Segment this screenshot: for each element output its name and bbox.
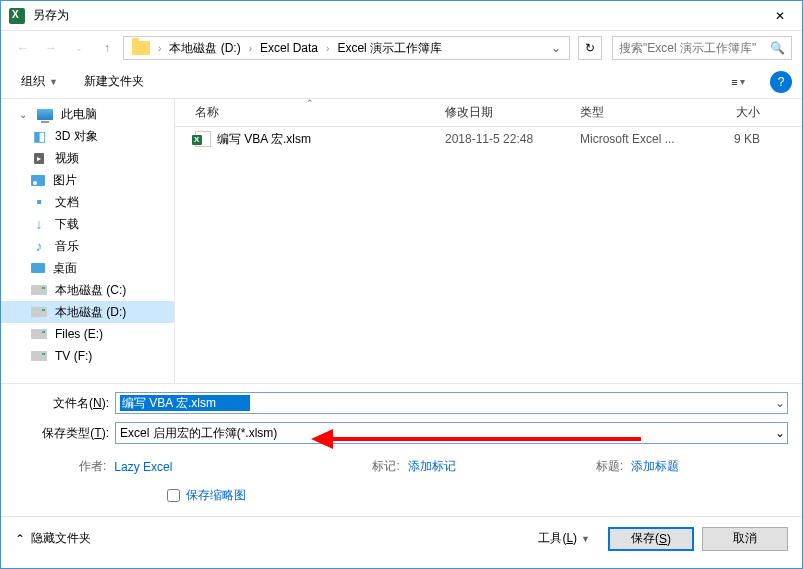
sidebar-item-video[interactable]: 视频 <box>1 147 174 169</box>
sidebar-item-this-pc[interactable]: ⌄此电脑 <box>1 103 174 125</box>
title-value[interactable]: 添加标题 <box>631 458 679 475</box>
column-headers: ⌃名称 修改日期 类型 大小 <box>175 99 802 127</box>
search-input[interactable] <box>619 41 770 55</box>
chevron-right-icon: › <box>324 43 331 54</box>
tags-field: 标记: 添加标记 <box>372 458 455 475</box>
file-size-cell: 9 KB <box>700 132 770 146</box>
title-label: 标题: <box>596 458 623 475</box>
filetype-dropdown-icon[interactable]: ⌄ <box>775 426 785 440</box>
sidebar-item-drive-c[interactable]: 本地磁盘 (C:) <box>1 279 174 301</box>
sidebar-item-pictures[interactable]: 图片 <box>1 169 174 191</box>
music-icon <box>31 238 47 254</box>
column-name[interactable]: ⌃名称 <box>185 104 435 121</box>
chevron-right-icon: › <box>156 43 163 54</box>
author-value[interactable]: Lazy Excel <box>114 460 172 474</box>
titlebar: 另存为 ✕ <box>1 1 802 31</box>
column-type[interactable]: 类型 <box>570 104 700 121</box>
sidebar-label: 3D 对象 <box>55 128 98 145</box>
sidebar-item-3d[interactable]: 3D 对象 <box>1 125 174 147</box>
sidebar-label: 此电脑 <box>61 106 97 123</box>
sidebar-label: 音乐 <box>55 238 79 255</box>
toolbar: 组织▼ 新建文件夹 ≡▾ ? <box>1 65 802 99</box>
excel-icon <box>9 8 25 24</box>
filetype-dropdown[interactable]: Excel 启用宏的工作簿(*.xlsm) ⌄ <box>115 422 788 444</box>
sidebar-item-desktop[interactable]: 桌面 <box>1 257 174 279</box>
sidebar-item-drive-f[interactable]: TV (F:) <box>1 345 174 367</box>
help-button[interactable]: ? <box>770 71 792 93</box>
organize-button[interactable]: 组织▼ <box>11 69 68 94</box>
picture-icon <box>31 175 45 186</box>
breadcrumb-item[interactable]: Excel Data <box>256 39 322 57</box>
folder-icon <box>132 41 150 55</box>
sidebar-label: 本地磁盘 (D:) <box>55 304 126 321</box>
filename-label: 文件名(N): <box>15 395 115 412</box>
window-title: 另存为 <box>33 7 757 24</box>
column-size[interactable]: 大小 <box>700 104 770 121</box>
thumbnail-row: 保存缩略图 <box>15 481 788 516</box>
thumbnail-checkbox[interactable] <box>167 489 180 502</box>
file-date-cell: 2018-11-5 22:48 <box>435 132 570 146</box>
download-icon <box>31 216 47 232</box>
filename-field[interactable]: ⌄ <box>115 392 788 414</box>
3d-icon <box>31 128 47 144</box>
forward-button[interactable]: → <box>39 36 63 60</box>
video-icon <box>31 150 47 166</box>
filename-row: 文件名(N): ⌄ <box>15 392 788 414</box>
file-type-cell: Microsoft Excel ... <box>570 132 700 146</box>
chevron-up-icon: ⌃ <box>15 532 25 546</box>
breadcrumb-dropdown[interactable]: ⌄ <box>547 41 565 55</box>
recent-dropdown[interactable]: ⌄ <box>67 36 91 60</box>
sidebar-item-music[interactable]: 音乐 <box>1 235 174 257</box>
document-icon <box>31 194 47 210</box>
chevron-down-icon: ⌄ <box>19 109 29 120</box>
hide-folders-button[interactable]: ⌃隐藏文件夹 <box>15 530 91 547</box>
sidebar-label: 下载 <box>55 216 79 233</box>
chevron-right-icon: › <box>247 43 254 54</box>
tools-button[interactable]: 工具(L)▼ <box>528 526 600 551</box>
save-button[interactable]: 保存(S) <box>608 527 694 551</box>
author-label: 作者: <box>79 458 106 475</box>
sidebar-item-drive-e[interactable]: Files (E:) <box>1 323 174 345</box>
tags-label: 标记: <box>372 458 399 475</box>
metadata-row: 作者: Lazy Excel 标记: 添加标记 标题: 添加标题 <box>15 452 788 481</box>
filename-input[interactable] <box>120 395 250 411</box>
sidebar-label: TV (F:) <box>55 349 92 363</box>
sidebar-label: 文档 <box>55 194 79 211</box>
view-options-button[interactable]: ≡▾ <box>720 71 756 93</box>
filetype-label: 保存类型(T): <box>15 425 115 442</box>
footer: ⌃隐藏文件夹 工具(L)▼ 保存(S) 取消 <box>1 516 802 560</box>
file-list: ⌃名称 修改日期 类型 大小 编写 VBA 宏.xlsm 2018-11-5 2… <box>175 99 802 383</box>
drive-icon <box>31 329 47 339</box>
sidebar-item-downloads[interactable]: 下载 <box>1 213 174 235</box>
new-folder-button[interactable]: 新建文件夹 <box>74 69 154 94</box>
sidebar-label: 桌面 <box>53 260 77 277</box>
sort-indicator-icon: ⌃ <box>306 98 314 108</box>
search-icon[interactable]: 🔍 <box>770 41 785 55</box>
sidebar-label: 图片 <box>53 172 77 189</box>
desktop-icon <box>31 263 45 273</box>
sidebar-label: 本地磁盘 (C:) <box>55 282 126 299</box>
navigation-pane[interactable]: ⌄此电脑 3D 对象 视频 图片 文档 下载 音乐 桌面 本地磁盘 (C:) 本… <box>1 99 175 383</box>
drive-icon <box>31 285 47 295</box>
sidebar-item-documents[interactable]: 文档 <box>1 191 174 213</box>
form-area: 文件名(N): ⌄ 保存类型(T): Excel 启用宏的工作簿(*.xlsm)… <box>1 383 802 516</box>
breadcrumb-item[interactable]: Excel 演示工作簿库 <box>333 38 446 59</box>
file-row[interactable]: 编写 VBA 宏.xlsm 2018-11-5 22:48 Microsoft … <box>175 127 802 151</box>
breadcrumb[interactable]: › 本地磁盘 (D:) › Excel Data › Excel 演示工作簿库 … <box>123 36 570 60</box>
back-button[interactable]: ← <box>11 36 35 60</box>
drive-icon <box>31 307 47 317</box>
column-date[interactable]: 修改日期 <box>435 104 570 121</box>
search-box[interactable]: 🔍 <box>612 36 792 60</box>
thumbnail-label[interactable]: 保存缩略图 <box>186 487 246 504</box>
sidebar-item-drive-d[interactable]: 本地磁盘 (D:) <box>1 301 174 323</box>
filename-dropdown-icon[interactable]: ⌄ <box>775 396 785 410</box>
filetype-row: 保存类型(T): Excel 启用宏的工作簿(*.xlsm) ⌄ <box>15 422 788 444</box>
breadcrumb-item[interactable]: 本地磁盘 (D:) <box>165 38 244 59</box>
file-name-cell: 编写 VBA 宏.xlsm <box>185 131 435 148</box>
close-button[interactable]: ✕ <box>757 1 802 31</box>
sidebar-label: Files (E:) <box>55 327 103 341</box>
up-button[interactable]: ↑ <box>95 36 119 60</box>
refresh-button[interactable]: ↻ <box>578 36 602 60</box>
cancel-button[interactable]: 取消 <box>702 527 788 551</box>
tags-value[interactable]: 添加标记 <box>408 458 456 475</box>
